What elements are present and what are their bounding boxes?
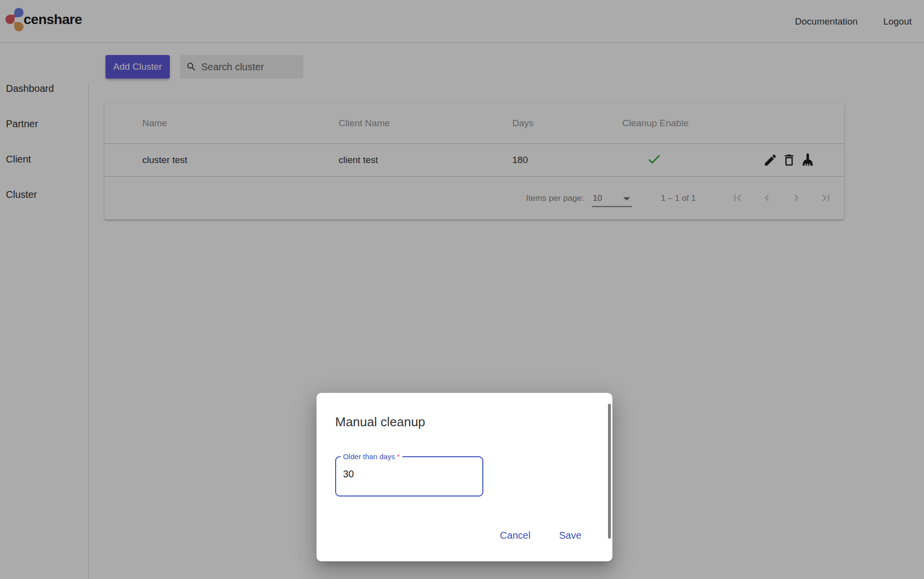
required-asterisk: * <box>397 452 400 461</box>
field-label: Older than days * <box>341 452 402 461</box>
older-than-days-field: Older than days * <box>335 456 483 496</box>
app-root: censhare Documentation Logout Dashboard … <box>0 0 924 579</box>
dialog-actions: Cancel Save <box>317 525 591 545</box>
older-than-days-input[interactable] <box>342 468 472 480</box>
manual-cleanup-dialog: Manual cleanup Older than days * Cancel … <box>317 393 612 561</box>
cancel-button[interactable]: Cancel <box>488 525 542 545</box>
dialog-title: Manual cleanup <box>335 414 425 430</box>
dialog-scrollbar[interactable] <box>608 404 611 539</box>
save-button[interactable]: Save <box>548 525 592 545</box>
